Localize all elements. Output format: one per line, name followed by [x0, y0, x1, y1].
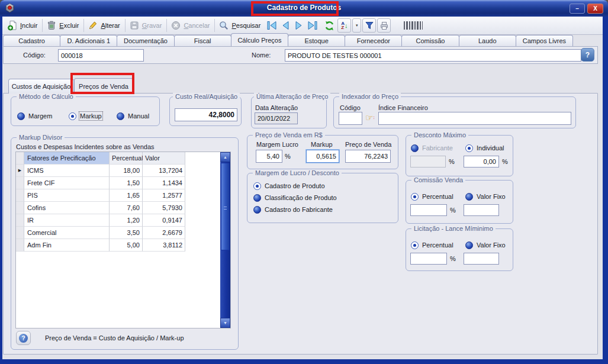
table-row[interactable]: Cofins 7,60 5,7930	[16, 202, 230, 214]
radio-icon[interactable]	[465, 144, 473, 152]
radio-label: Classificação de Produto	[265, 194, 337, 201]
licitacao-valor-fixo-field[interactable]	[464, 253, 499, 265]
hand-pointer-icon[interactable]: ☞:	[365, 114, 375, 122]
pesquisar-button[interactable]: Pesquisar	[215, 18, 265, 33]
radio-fabricante[interactable]: Fabricante	[411, 143, 453, 153]
radio-manual[interactable]: Manual	[117, 111, 149, 121]
table-row[interactable]: Adm Fin 5,00 3,8112	[16, 239, 230, 252]
scroll-down-icon[interactable]: ▼	[220, 318, 230, 328]
minimize-button[interactable]: –	[570, 4, 585, 14]
radio-icon[interactable]	[17, 112, 25, 120]
radio-icon[interactable]	[253, 182, 261, 190]
print-button[interactable]	[377, 18, 391, 33]
radio-label: Cadastro do Fabricante	[265, 206, 333, 213]
tab-fornecedor[interactable]: Fornecedor	[345, 35, 402, 46]
refresh-button[interactable]	[323, 19, 336, 32]
data-alteracao-field[interactable]: 20/01/2022	[255, 112, 298, 124]
nav-first-button[interactable]	[265, 19, 278, 32]
radio-margem[interactable]: Margem	[17, 111, 52, 121]
tab-comissao[interactable]: Comissão	[401, 35, 459, 46]
sort-dropdown-button[interactable]: ▾	[352, 18, 361, 33]
radio-icon[interactable]	[465, 193, 473, 201]
nav-next-icon	[294, 20, 304, 31]
nav-last-button[interactable]	[305, 19, 319, 32]
gravar-button[interactable]: Gravar	[126, 18, 166, 33]
indexador-codigo-field[interactable]	[339, 112, 362, 125]
markup-field[interactable]: 0,5615	[306, 150, 339, 163]
radio-markup[interactable]: Markup	[69, 111, 102, 121]
tab-laudo[interactable]: Laudo	[459, 35, 516, 46]
custo-real-field[interactable]: 42,8000	[175, 108, 237, 121]
radio-icon[interactable]	[411, 193, 419, 201]
radio-label: Percentual	[422, 241, 453, 249]
margem-lucro-field[interactable]: 5,40	[256, 150, 282, 163]
alterar-button[interactable]: Alterar	[85, 18, 124, 33]
help-button[interactable]: ?	[581, 48, 594, 62]
percent-sign: %	[450, 255, 456, 262]
tab-d-adicionais-1[interactable]: D. Adicionais 1	[60, 35, 117, 46]
nav-prev-icon	[280, 20, 291, 31]
radio-licitacao-percentual[interactable]: Percentual	[411, 240, 453, 250]
tab-cadastro[interactable]: Cadastro	[3, 35, 60, 46]
scroll-up-icon[interactable]: ▲	[220, 152, 230, 162]
tab-fiscal[interactable]: Fiscal	[174, 35, 231, 46]
desconto-individual-field[interactable]: 0,00	[464, 156, 499, 167]
sort-az-button[interactable]: AZ ↓	[337, 18, 351, 33]
column-header[interactable]: Percentual	[110, 152, 143, 165]
licitacao-percentual-field[interactable]	[410, 253, 447, 265]
data-alteracao-label: Data Alteração	[255, 104, 298, 111]
desconto-fabricante-field[interactable]	[410, 156, 446, 167]
nav-next-button[interactable]	[292, 19, 305, 32]
tab-estoque[interactable]: Estoque	[288, 35, 345, 46]
radio-comissao-percentual[interactable]: Percentual	[411, 192, 453, 201]
table-row[interactable]: Frete CIF 1,50 1,1434	[16, 177, 230, 189]
radio-icon[interactable]	[253, 194, 261, 202]
radio-licitacao-valor-fixo[interactable]: Valor Fixo	[465, 240, 506, 250]
filter-button[interactable]	[362, 18, 376, 33]
nome-field[interactable]: PRODUTO DE TESTES 000001	[285, 49, 581, 62]
comissao-percentual-field[interactable]	[410, 204, 447, 216]
cancelar-button[interactable]: Cancelar	[168, 18, 214, 33]
radio-icon[interactable]	[411, 241, 419, 249]
nav-prev-button[interactable]	[278, 19, 292, 32]
scrollbar-thumb[interactable]	[221, 163, 230, 250]
indice-financeiro-field[interactable]	[378, 112, 571, 125]
radio-label: Manual	[128, 112, 149, 120]
toolbar-separator	[83, 19, 84, 32]
radio-classificacao-de-produto[interactable]: Classificação de Produto	[253, 193, 337, 202]
tab-documentacao[interactable]: Documentação	[117, 35, 174, 46]
subtab-custos-de-aquisicao[interactable]: Custos de Aquisição	[8, 79, 74, 94]
tab-calculo-precos[interactable]: Cálculo Preços	[231, 33, 288, 46]
radio-label: Valor Fixo	[477, 241, 506, 249]
radio-icon[interactable]	[69, 112, 76, 120]
radio-cadastro-de-produto[interactable]: Cadastro de Produto	[253, 181, 325, 191]
markup-help-button[interactable]: ?	[16, 331, 31, 345]
radio-cadastro-do-fabricante[interactable]: Cadastro do Fabricante	[253, 205, 333, 214]
tab-campos-livres[interactable]: Campos Livres	[516, 35, 573, 46]
preco-de-venda-field[interactable]: 76,2243	[345, 150, 391, 163]
codigo-field[interactable]: 000018	[58, 49, 144, 62]
group-indexador: Indexador do Preço Código ☞: Índice Fina…	[333, 96, 576, 128]
table-scrollbar[interactable]: ▲ ▼	[220, 152, 230, 328]
table-row[interactable]: IR 1,20 0,9147	[16, 214, 230, 227]
radio-icon[interactable]	[465, 241, 473, 249]
column-header[interactable]: Valor	[143, 152, 185, 165]
radio-individual[interactable]: Individual	[465, 143, 504, 153]
close-button[interactable]: X	[587, 4, 603, 14]
radio-comissao-valor-fixo[interactable]: Valor Fixo	[465, 192, 506, 201]
margem-lucro-label: Margem Lucro	[256, 141, 298, 148]
incluir-button[interactable]: Incluir	[4, 18, 41, 33]
excluir-button[interactable]: Excluir	[43, 18, 83, 33]
group-title: Indexador do Preço	[339, 93, 401, 100]
radio-icon[interactable]	[117, 112, 124, 120]
radio-icon[interactable]	[253, 206, 261, 214]
comissao-valor-fixo-field[interactable]	[464, 204, 499, 216]
table-row[interactable]: PIS 1,65 1,2577	[16, 189, 230, 202]
column-header[interactable]: Fatores de Precificação	[24, 152, 110, 165]
cancelar-label: Cancelar	[184, 22, 210, 29]
radio-icon[interactable]	[411, 144, 419, 152]
table-row[interactable]: Comercial 3,50 2,6679	[16, 227, 230, 239]
percent-sign: %	[285, 153, 291, 160]
excluir-label: Excluir	[59, 22, 79, 29]
table-row[interactable]: ▶ ICMS 18,00 13,7204	[16, 165, 230, 177]
